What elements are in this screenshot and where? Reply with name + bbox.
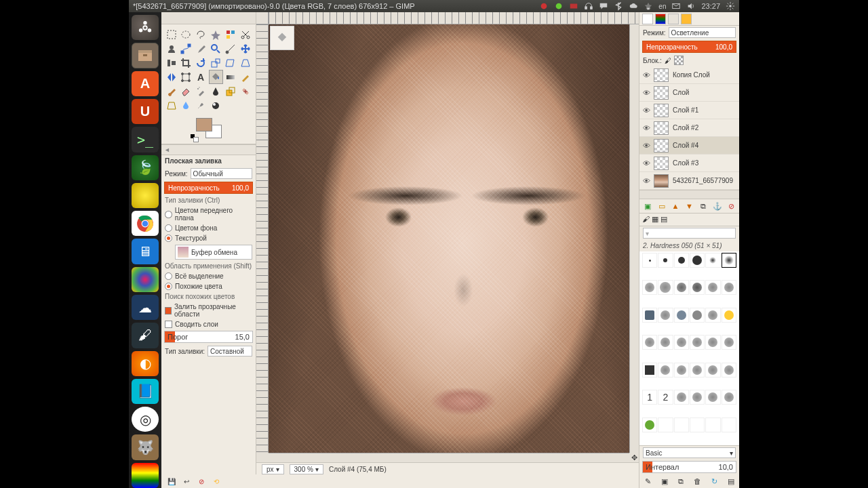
chrome-launcher[interactable] <box>132 211 159 236</box>
merge-layers-check[interactable] <box>165 321 172 328</box>
bluetooth-icon[interactable] <box>614 1 623 11</box>
perspective-clone-tool[interactable] <box>164 98 178 113</box>
scrollbar-horizontal[interactable] <box>269 453 629 462</box>
layer-item[interactable]: 👁Копия Слой <box>639 66 739 84</box>
ellipse-select-tool[interactable] <box>179 27 193 41</box>
app-launcher-multi[interactable] <box>132 463 159 488</box>
indicator-icon[interactable] <box>554 1 564 11</box>
brush-item[interactable] <box>642 280 657 295</box>
brush-item[interactable]: 2 <box>658 390 673 405</box>
layer-item[interactable]: 👁Слой #4 <box>639 137 739 155</box>
mypaint-launcher[interactable]: 🖌 <box>132 323 159 348</box>
brush-item[interactable] <box>722 280 736 295</box>
scale-tool[interactable] <box>209 56 223 70</box>
eye-icon[interactable]: 👁 <box>643 89 650 97</box>
brush-item[interactable] <box>642 418 657 432</box>
headphones-icon[interactable] <box>584 1 593 11</box>
delete-layer-icon[interactable]: ⊘ <box>726 201 736 211</box>
mail-icon[interactable] <box>671 1 681 11</box>
new-brush-icon[interactable]: ▣ <box>660 476 669 486</box>
lock-alpha-icon[interactable] <box>674 56 684 65</box>
brush-item[interactable] <box>658 308 673 323</box>
eye-icon[interactable]: 👁 <box>643 159 650 167</box>
layer-item[interactable]: 👁Слой #3 <box>639 155 739 172</box>
layer-opacity-slider[interactable]: Непрозрачность100,0 <box>642 41 736 53</box>
brush-item[interactable] <box>658 363 673 378</box>
app-launcher-cyan[interactable]: 📘 <box>132 379 159 404</box>
brush-item[interactable] <box>690 418 705 432</box>
brush-item[interactable] <box>722 418 736 432</box>
brush-item[interactable] <box>690 253 705 268</box>
brush-item[interactable] <box>674 280 689 295</box>
cage-tool[interactable] <box>179 70 193 84</box>
smudge-tool[interactable] <box>194 98 208 113</box>
scrollbar-vertical[interactable] <box>629 24 639 453</box>
fill-bg-radio[interactable] <box>165 224 172 232</box>
brush-item[interactable] <box>674 253 689 268</box>
delete-icon[interactable]: ⊘ <box>197 476 206 486</box>
bucket-fill-tool[interactable] <box>209 70 223 84</box>
spacing-spin[interactable]: Интервал10,0 <box>642 461 736 473</box>
brush-item[interactable] <box>705 308 720 323</box>
brush-item[interactable] <box>705 253 720 268</box>
brush-item[interactable] <box>642 335 657 350</box>
dash-button[interactable] <box>132 15 159 40</box>
brush-item[interactable] <box>722 335 736 350</box>
ruler-horizontal[interactable] <box>269 12 639 24</box>
brush-item[interactable] <box>722 363 736 378</box>
gimp-launcher[interactable]: 🐺 <box>132 434 159 460</box>
paintbrush-tool[interactable] <box>164 84 178 98</box>
pencil-tool[interactable] <box>238 70 252 84</box>
eye-icon[interactable]: 👁 <box>643 71 650 79</box>
color-picker-launcher[interactable] <box>132 267 159 292</box>
dodge-tool[interactable] <box>209 98 223 113</box>
layer-item[interactable]: 👁Слой #2 <box>639 119 739 137</box>
brush-item[interactable] <box>705 390 720 405</box>
gear-icon[interactable] <box>726 1 735 11</box>
anchor-layer-icon[interactable]: ⚓ <box>713 201 722 211</box>
volume-icon[interactable] <box>686 1 696 11</box>
files-launcher[interactable] <box>132 43 159 68</box>
lock-pixels-icon[interactable]: 🖌 <box>665 57 671 64</box>
brush-item[interactable] <box>690 308 705 323</box>
lasso-tool[interactable] <box>194 27 208 41</box>
nav-preview[interactable] <box>270 26 294 50</box>
clone-tool[interactable] <box>223 84 237 98</box>
layer-down-icon[interactable]: ▼ <box>685 201 694 211</box>
app-launcher-blue[interactable]: 🖥 <box>132 239 159 264</box>
ink-tool[interactable] <box>209 84 223 98</box>
app-launcher-a[interactable]: A <box>132 71 159 96</box>
measure-tool[interactable] <box>223 41 237 56</box>
brush-filter[interactable]: ▾ <box>643 228 736 239</box>
patterns-tab-icon[interactable]: ▦ <box>652 215 658 224</box>
new-layer-icon[interactable]: ▣ <box>643 201 652 211</box>
paths-tab-icon[interactable] <box>668 14 679 24</box>
fg-color[interactable] <box>196 118 212 131</box>
ubuntu-one-launcher[interactable]: U <box>132 99 159 124</box>
layer-item[interactable]: 👁Слой #1 <box>639 102 739 119</box>
channels-tab-icon[interactable] <box>655 14 666 24</box>
revert-icon[interactable]: ↩ <box>182 476 191 486</box>
align-tool[interactable] <box>164 56 178 70</box>
perspective-tool[interactable] <box>238 56 252 70</box>
blender-launcher[interactable]: ◐ <box>132 351 159 376</box>
blend-tool[interactable] <box>223 70 237 84</box>
eraser-tool[interactable] <box>179 84 193 98</box>
brush-category-select[interactable]: Basic▾ <box>643 447 736 458</box>
brush-item[interactable] <box>674 390 689 405</box>
edit-brush-icon[interactable]: ✎ <box>643 476 652 486</box>
paths-tool[interactable] <box>179 41 193 56</box>
layers-tab-icon[interactable] <box>642 14 653 24</box>
brush-item[interactable] <box>674 418 689 432</box>
brush-item[interactable] <box>658 418 673 432</box>
foreground-select-tool[interactable] <box>164 41 178 56</box>
region-similar-radio[interactable] <box>165 283 172 290</box>
tool-options-tab[interactable]: ◄ <box>161 144 256 155</box>
brush-item[interactable] <box>705 363 720 378</box>
layer-item[interactable]: 👁Слой <box>639 84 739 102</box>
duplicate-brush-icon[interactable]: ⧉ <box>676 476 686 486</box>
layers-scrollbar[interactable] <box>639 190 739 199</box>
brush-item[interactable] <box>674 335 689 350</box>
brush-item[interactable] <box>658 253 673 268</box>
fuzzy-select-tool[interactable] <box>209 27 223 41</box>
